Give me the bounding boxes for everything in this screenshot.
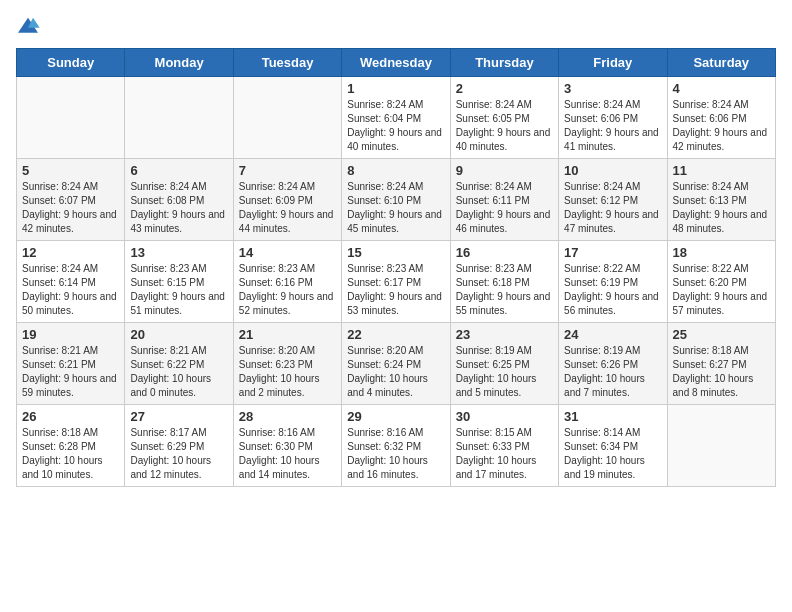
day-info: Sunrise: 8:16 AMSunset: 6:30 PMDaylight:… [239, 426, 336, 482]
weekday-header-row: SundayMondayTuesdayWednesdayThursdayFrid… [17, 49, 776, 77]
calendar-week-row: 19Sunrise: 8:21 AMSunset: 6:21 PMDayligh… [17, 323, 776, 405]
calendar-cell: 16Sunrise: 8:23 AMSunset: 6:18 PMDayligh… [450, 241, 558, 323]
day-number: 19 [22, 327, 119, 342]
day-number: 21 [239, 327, 336, 342]
weekday-header-saturday: Saturday [667, 49, 775, 77]
logo-icon [16, 16, 40, 36]
calendar-table: SundayMondayTuesdayWednesdayThursdayFrid… [16, 48, 776, 487]
calendar-cell [667, 405, 775, 487]
day-info: Sunrise: 8:21 AMSunset: 6:21 PMDaylight:… [22, 344, 119, 400]
day-number: 15 [347, 245, 444, 260]
day-info: Sunrise: 8:20 AMSunset: 6:24 PMDaylight:… [347, 344, 444, 400]
day-number: 31 [564, 409, 661, 424]
day-info: Sunrise: 8:24 AMSunset: 6:12 PMDaylight:… [564, 180, 661, 236]
day-number: 17 [564, 245, 661, 260]
calendar-cell: 30Sunrise: 8:15 AMSunset: 6:33 PMDayligh… [450, 405, 558, 487]
day-info: Sunrise: 8:24 AMSunset: 6:07 PMDaylight:… [22, 180, 119, 236]
day-info: Sunrise: 8:16 AMSunset: 6:32 PMDaylight:… [347, 426, 444, 482]
day-number: 7 [239, 163, 336, 178]
calendar-cell: 3Sunrise: 8:24 AMSunset: 6:06 PMDaylight… [559, 77, 667, 159]
day-number: 18 [673, 245, 770, 260]
calendar-cell: 9Sunrise: 8:24 AMSunset: 6:11 PMDaylight… [450, 159, 558, 241]
day-info: Sunrise: 8:17 AMSunset: 6:29 PMDaylight:… [130, 426, 227, 482]
day-number: 14 [239, 245, 336, 260]
weekday-header-thursday: Thursday [450, 49, 558, 77]
calendar-week-row: 12Sunrise: 8:24 AMSunset: 6:14 PMDayligh… [17, 241, 776, 323]
day-number: 30 [456, 409, 553, 424]
day-info: Sunrise: 8:18 AMSunset: 6:27 PMDaylight:… [673, 344, 770, 400]
calendar-cell [125, 77, 233, 159]
calendar-week-row: 1Sunrise: 8:24 AMSunset: 6:04 PMDaylight… [17, 77, 776, 159]
calendar-cell: 8Sunrise: 8:24 AMSunset: 6:10 PMDaylight… [342, 159, 450, 241]
calendar-cell: 18Sunrise: 8:22 AMSunset: 6:20 PMDayligh… [667, 241, 775, 323]
day-number: 27 [130, 409, 227, 424]
day-number: 8 [347, 163, 444, 178]
day-info: Sunrise: 8:23 AMSunset: 6:18 PMDaylight:… [456, 262, 553, 318]
day-info: Sunrise: 8:19 AMSunset: 6:26 PMDaylight:… [564, 344, 661, 400]
calendar-cell: 24Sunrise: 8:19 AMSunset: 6:26 PMDayligh… [559, 323, 667, 405]
day-info: Sunrise: 8:24 AMSunset: 6:05 PMDaylight:… [456, 98, 553, 154]
calendar-cell: 19Sunrise: 8:21 AMSunset: 6:21 PMDayligh… [17, 323, 125, 405]
day-number: 23 [456, 327, 553, 342]
day-info: Sunrise: 8:21 AMSunset: 6:22 PMDaylight:… [130, 344, 227, 400]
calendar-cell: 6Sunrise: 8:24 AMSunset: 6:08 PMDaylight… [125, 159, 233, 241]
calendar-cell: 27Sunrise: 8:17 AMSunset: 6:29 PMDayligh… [125, 405, 233, 487]
day-number: 16 [456, 245, 553, 260]
day-number: 29 [347, 409, 444, 424]
day-info: Sunrise: 8:24 AMSunset: 6:06 PMDaylight:… [673, 98, 770, 154]
day-number: 13 [130, 245, 227, 260]
day-info: Sunrise: 8:23 AMSunset: 6:16 PMDaylight:… [239, 262, 336, 318]
day-number: 12 [22, 245, 119, 260]
day-number: 5 [22, 163, 119, 178]
weekday-header-tuesday: Tuesday [233, 49, 341, 77]
calendar-cell: 29Sunrise: 8:16 AMSunset: 6:32 PMDayligh… [342, 405, 450, 487]
day-info: Sunrise: 8:24 AMSunset: 6:08 PMDaylight:… [130, 180, 227, 236]
calendar-cell: 25Sunrise: 8:18 AMSunset: 6:27 PMDayligh… [667, 323, 775, 405]
calendar-week-row: 5Sunrise: 8:24 AMSunset: 6:07 PMDaylight… [17, 159, 776, 241]
header [16, 16, 776, 36]
calendar-cell: 5Sunrise: 8:24 AMSunset: 6:07 PMDaylight… [17, 159, 125, 241]
weekday-header-wednesday: Wednesday [342, 49, 450, 77]
day-number: 22 [347, 327, 444, 342]
calendar-cell: 13Sunrise: 8:23 AMSunset: 6:15 PMDayligh… [125, 241, 233, 323]
calendar-cell: 14Sunrise: 8:23 AMSunset: 6:16 PMDayligh… [233, 241, 341, 323]
day-info: Sunrise: 8:18 AMSunset: 6:28 PMDaylight:… [22, 426, 119, 482]
day-number: 1 [347, 81, 444, 96]
weekday-header-sunday: Sunday [17, 49, 125, 77]
calendar-cell: 10Sunrise: 8:24 AMSunset: 6:12 PMDayligh… [559, 159, 667, 241]
calendar-cell: 23Sunrise: 8:19 AMSunset: 6:25 PMDayligh… [450, 323, 558, 405]
day-number: 4 [673, 81, 770, 96]
calendar-week-row: 26Sunrise: 8:18 AMSunset: 6:28 PMDayligh… [17, 405, 776, 487]
day-info: Sunrise: 8:24 AMSunset: 6:11 PMDaylight:… [456, 180, 553, 236]
day-number: 3 [564, 81, 661, 96]
day-number: 26 [22, 409, 119, 424]
day-number: 28 [239, 409, 336, 424]
weekday-header-friday: Friday [559, 49, 667, 77]
calendar-cell: 15Sunrise: 8:23 AMSunset: 6:17 PMDayligh… [342, 241, 450, 323]
calendar-cell [17, 77, 125, 159]
day-info: Sunrise: 8:20 AMSunset: 6:23 PMDaylight:… [239, 344, 336, 400]
day-number: 10 [564, 163, 661, 178]
calendar-cell: 31Sunrise: 8:14 AMSunset: 6:34 PMDayligh… [559, 405, 667, 487]
day-info: Sunrise: 8:24 AMSunset: 6:13 PMDaylight:… [673, 180, 770, 236]
day-info: Sunrise: 8:24 AMSunset: 6:14 PMDaylight:… [22, 262, 119, 318]
day-info: Sunrise: 8:24 AMSunset: 6:04 PMDaylight:… [347, 98, 444, 154]
calendar-cell: 26Sunrise: 8:18 AMSunset: 6:28 PMDayligh… [17, 405, 125, 487]
day-info: Sunrise: 8:22 AMSunset: 6:20 PMDaylight:… [673, 262, 770, 318]
day-info: Sunrise: 8:24 AMSunset: 6:09 PMDaylight:… [239, 180, 336, 236]
day-number: 20 [130, 327, 227, 342]
weekday-header-monday: Monday [125, 49, 233, 77]
calendar-cell: 20Sunrise: 8:21 AMSunset: 6:22 PMDayligh… [125, 323, 233, 405]
calendar-cell: 22Sunrise: 8:20 AMSunset: 6:24 PMDayligh… [342, 323, 450, 405]
calendar-cell: 7Sunrise: 8:24 AMSunset: 6:09 PMDaylight… [233, 159, 341, 241]
day-number: 25 [673, 327, 770, 342]
day-info: Sunrise: 8:24 AMSunset: 6:06 PMDaylight:… [564, 98, 661, 154]
calendar-cell: 11Sunrise: 8:24 AMSunset: 6:13 PMDayligh… [667, 159, 775, 241]
calendar-cell: 4Sunrise: 8:24 AMSunset: 6:06 PMDaylight… [667, 77, 775, 159]
day-number: 11 [673, 163, 770, 178]
calendar-cell: 17Sunrise: 8:22 AMSunset: 6:19 PMDayligh… [559, 241, 667, 323]
day-info: Sunrise: 8:23 AMSunset: 6:17 PMDaylight:… [347, 262, 444, 318]
day-info: Sunrise: 8:14 AMSunset: 6:34 PMDaylight:… [564, 426, 661, 482]
calendar-cell [233, 77, 341, 159]
day-info: Sunrise: 8:15 AMSunset: 6:33 PMDaylight:… [456, 426, 553, 482]
